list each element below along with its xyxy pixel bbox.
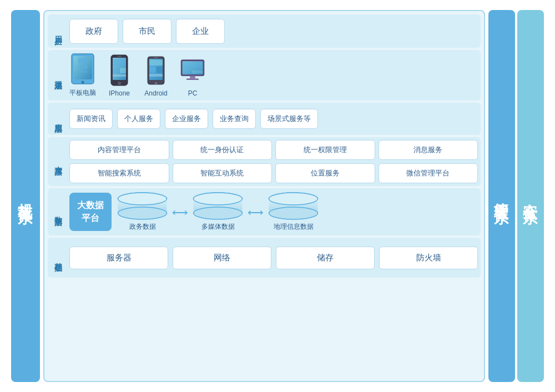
user-layer: 用户层 政府 市民 企业 bbox=[48, 14, 481, 48]
foundation-layer: 基础层 服务器 网络 储存 防火墙 bbox=[48, 238, 481, 278]
side-right-label-1: 管理体系 bbox=[488, 10, 515, 382]
user-item-govt: 政府 bbox=[69, 19, 118, 44]
channel-layer-content: 平板电脑 bbox=[69, 53, 478, 98]
pc-label: PC bbox=[188, 89, 198, 97]
svg-rect-15 bbox=[113, 74, 126, 77]
side-right-group: 管理体系 安全体系 bbox=[488, 10, 544, 382]
db-label-2: 地理信息数据 bbox=[274, 222, 314, 232]
app-layer-label: 应用层 bbox=[51, 105, 66, 132]
foundation-layer-label: 基础层 bbox=[51, 240, 66, 275]
android-label: Android bbox=[144, 89, 167, 97]
foundation-item-0: 服务器 bbox=[69, 247, 168, 269]
svg-rect-12 bbox=[113, 59, 126, 67]
svg-rect-7 bbox=[78, 71, 87, 73]
app-item-1: 个人服务 bbox=[117, 109, 160, 129]
svg-rect-13 bbox=[113, 68, 119, 73]
user-item-citizen: 市民 bbox=[123, 19, 171, 44]
svg-rect-20 bbox=[149, 60, 163, 66]
tablet-label: 平板电脑 bbox=[69, 88, 96, 98]
db-label-1: 多媒体数据 bbox=[201, 222, 235, 232]
svg-rect-29 bbox=[183, 70, 191, 73]
foundation-layer-content: 服务器 网络 储存 防火墙 bbox=[69, 240, 478, 275]
iphone-label: IPhone bbox=[109, 89, 130, 97]
svg-rect-4 bbox=[78, 58, 87, 63]
user-item-enterprise: 企业 bbox=[176, 19, 225, 44]
svg-rect-5 bbox=[78, 65, 82, 69]
svg-point-35 bbox=[118, 193, 167, 205]
data-layer-content: 大数据平台 bbox=[69, 191, 478, 233]
svg-rect-30 bbox=[192, 70, 203, 73]
svg-point-19 bbox=[155, 82, 158, 84]
user-layer-label: 用户层 bbox=[51, 17, 66, 45]
data-layer: 数据层 大数据平台 bbox=[48, 188, 481, 235]
support-item-0: 内容管理平台 bbox=[69, 140, 169, 160]
app-layer: 应用层 新闻资讯 个人服务 企业服务 业务查询 场景式服务等 bbox=[48, 103, 481, 135]
db-item-0: 政务数据 bbox=[116, 192, 169, 232]
app-item-4: 场景式服务等 bbox=[260, 109, 318, 129]
db-label-0: 政务数据 bbox=[129, 222, 156, 232]
device-android: Android bbox=[143, 54, 169, 97]
db-group: 政务数据 ⟷ bbox=[116, 192, 478, 232]
data-platform: 大数据平台 bbox=[69, 193, 112, 231]
support-item-3: 消息服务 bbox=[379, 140, 478, 160]
channel-layer-label: 渠道层 bbox=[51, 53, 66, 98]
foundation-item-2: 储存 bbox=[276, 247, 375, 269]
svg-point-11 bbox=[118, 82, 121, 85]
side-left-label: 规范体系 bbox=[11, 10, 40, 382]
db-item-2: 地理信息数据 bbox=[267, 192, 320, 232]
device-pc: PC bbox=[179, 54, 206, 97]
svg-rect-10 bbox=[117, 56, 122, 57]
app-item-2: 企业服务 bbox=[165, 109, 208, 129]
svg-point-39 bbox=[194, 193, 243, 205]
foundation-item-1: 网络 bbox=[173, 247, 271, 269]
support-item-5: 智能互动系统 bbox=[173, 163, 273, 183]
svg-rect-28 bbox=[183, 62, 203, 69]
app-layer-content: 新闻资讯 个人服务 企业服务 业务查询 场景式服务等 bbox=[69, 105, 478, 132]
arrow-right-2: ⟷ bbox=[248, 205, 264, 219]
android-icon bbox=[143, 54, 169, 87]
svg-point-42 bbox=[269, 207, 318, 219]
svg-point-34 bbox=[118, 207, 167, 219]
architecture-diagram: 规范体系 用户层 政府 市民 企业 渠道层 bbox=[11, 10, 544, 382]
channel-layer: 渠道层 bbox=[48, 50, 481, 100]
device-tablet: 平板电脑 bbox=[69, 53, 96, 98]
svg-rect-26 bbox=[190, 76, 195, 78]
db-item-1: 多媒体数据 bbox=[191, 192, 244, 232]
support-layer-label: 支撑层 bbox=[51, 140, 66, 183]
svg-point-38 bbox=[194, 207, 243, 219]
data-layer-label: 数据层 bbox=[51, 191, 66, 233]
app-item-3: 业务查询 bbox=[213, 109, 256, 129]
svg-rect-23 bbox=[149, 74, 163, 77]
pc-icon bbox=[179, 54, 206, 87]
svg-point-3 bbox=[82, 81, 84, 84]
svg-point-43 bbox=[269, 193, 318, 205]
device-iphone: IPhone bbox=[106, 54, 133, 97]
tablet-icon bbox=[69, 53, 96, 86]
app-item-0: 新闻资讯 bbox=[69, 109, 113, 129]
side-right-label-2: 安全体系 bbox=[517, 10, 544, 382]
support-layer: 支撑层 内容管理平台 统一身份认证 统一权限管理 消息服务 智能搜索系统 智能互… bbox=[48, 137, 481, 186]
svg-rect-27 bbox=[186, 78, 199, 79]
svg-rect-22 bbox=[157, 67, 163, 73]
iphone-icon bbox=[106, 54, 133, 87]
support-item-4: 智能搜索系统 bbox=[69, 163, 169, 183]
support-layer-content: 内容管理平台 统一身份认证 统一权限管理 消息服务 智能搜索系统 智能互动系统 … bbox=[69, 140, 478, 183]
support-item-1: 统一身份认证 bbox=[173, 140, 273, 160]
support-item-2: 统一权限管理 bbox=[275, 140, 375, 160]
main-content: 用户层 政府 市民 企业 渠道层 bbox=[43, 10, 485, 382]
svg-rect-6 bbox=[83, 65, 87, 69]
support-item-7: 微信管理平台 bbox=[379, 163, 478, 183]
arrow-right-1: ⟷ bbox=[172, 205, 188, 219]
foundation-item-3: 防火墙 bbox=[379, 247, 478, 269]
svg-rect-21 bbox=[149, 67, 155, 73]
svg-rect-18 bbox=[154, 57, 158, 58]
support-item-6: 位置服务 bbox=[275, 163, 375, 183]
user-layer-content: 政府 市民 企业 bbox=[69, 17, 478, 45]
svg-rect-14 bbox=[120, 68, 126, 73]
